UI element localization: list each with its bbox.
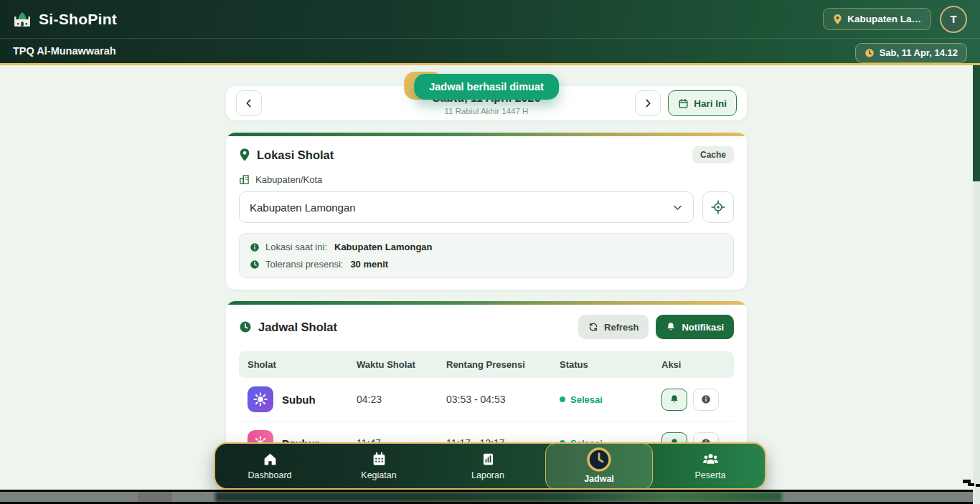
clock-icon bbox=[586, 447, 612, 472]
app-window: Si-ShoPint Kabupaten La… T TPQ Al-Munaww… bbox=[0, 0, 980, 504]
current-location-label: Lokasi saat ini: bbox=[265, 242, 327, 252]
next-day-button[interactable] bbox=[635, 90, 661, 116]
nav-item-peserta[interactable]: Peserta bbox=[656, 452, 765, 480]
info-icon bbox=[250, 242, 260, 252]
location-card-title: Lokasi Sholat bbox=[257, 148, 334, 162]
success-toast: Jadwal berhasil dimuat bbox=[414, 74, 559, 100]
tolerance-row: Toleransi presensi: 30 menit bbox=[250, 259, 723, 270]
today-button[interactable]: Hari Ini bbox=[668, 90, 737, 116]
nav-item-kegiatan[interactable]: Kegiatan bbox=[324, 452, 433, 480]
notification-button[interactable]: Notifikasi bbox=[656, 315, 734, 339]
header-location-chip[interactable]: Kabupaten La… bbox=[823, 8, 931, 30]
notification-button-label: Notifikasi bbox=[682, 322, 724, 333]
refresh-button[interactable]: Refresh bbox=[578, 315, 649, 339]
bell-icon bbox=[666, 322, 676, 332]
presence-range: 03:53 - 04:53 bbox=[446, 394, 560, 405]
status-badge: Selesai bbox=[560, 394, 661, 405]
location-pin-icon bbox=[833, 14, 842, 25]
app-header: Si-ShoPint Kabupaten La… T TPQ Al-Munaww… bbox=[0, 0, 980, 65]
col-header-sholat: Sholat bbox=[248, 359, 357, 370]
today-button-label: Hari Ini bbox=[694, 98, 727, 109]
cache-badge: Cache bbox=[692, 146, 734, 163]
scrollbar-thumb[interactable] bbox=[973, 65, 980, 181]
nav-label: Laporan bbox=[471, 470, 504, 480]
sun-icon bbox=[253, 392, 268, 406]
header-datetime-label: Sab, 11 Apr, 14.12 bbox=[880, 47, 958, 58]
calendar-icon bbox=[678, 98, 689, 109]
prayer-name: Subuh bbox=[282, 394, 316, 406]
chevron-left-icon bbox=[243, 98, 255, 109]
row-bell-button[interactable] bbox=[661, 389, 687, 411]
avatar-initial: T bbox=[950, 13, 956, 25]
toast-container: Jadwal berhasil dimuat bbox=[414, 74, 559, 100]
header-datetime-chip: Sab, 11 Apr, 14.12 bbox=[855, 43, 967, 63]
mouse-cursor-artifact bbox=[961, 479, 980, 489]
col-header-waktu: Waktu Sholat bbox=[357, 359, 446, 370]
refresh-icon bbox=[588, 322, 598, 332]
bottom-navigation: Dashboard Kegiatan bbox=[214, 442, 766, 490]
info-icon bbox=[701, 394, 711, 404]
row-info-button[interactable] bbox=[693, 389, 719, 411]
header-location-label: Kabupaten La… bbox=[847, 14, 921, 24]
chevron-down-icon bbox=[672, 202, 683, 213]
col-header-rentang: Rentang Presensi bbox=[446, 359, 560, 370]
hijri-date: 11 Rabiul Akhir 1447 H bbox=[336, 107, 637, 115]
detect-location-button[interactable] bbox=[702, 191, 734, 223]
nav-item-dashboard[interactable]: Dashboard bbox=[215, 452, 324, 480]
table-header-row: Sholat Waktu Sholat Rentang Presensi Sta… bbox=[239, 351, 734, 378]
table-row: Subuh 04:23 03:53 - 04:53 Selesai bbox=[239, 378, 734, 422]
current-location-row: Lokasi saat ini: Kabupaten Lamongan bbox=[250, 242, 723, 252]
clock-icon bbox=[864, 48, 875, 58]
region-field-label: Kabupaten/Kota bbox=[255, 174, 322, 185]
mosque-logo-icon bbox=[13, 10, 32, 29]
home-icon bbox=[263, 452, 278, 467]
prayer-time: 04:23 bbox=[357, 394, 446, 405]
nav-item-laporan[interactable]: Laporan bbox=[433, 452, 542, 480]
bell-icon bbox=[669, 394, 679, 404]
clock-icon bbox=[250, 260, 260, 270]
schedule-card-title: Jadwal Sholat bbox=[258, 320, 337, 334]
nav-item-jadwal[interactable]: Jadwal bbox=[545, 443, 653, 490]
report-icon bbox=[481, 452, 496, 467]
calendar-icon bbox=[372, 452, 387, 467]
status-dot bbox=[560, 396, 565, 402]
col-header-status: Status bbox=[560, 359, 661, 370]
strip-shadow-patch bbox=[138, 492, 172, 502]
location-pin-icon bbox=[239, 148, 250, 162]
region-select[interactable]: Kabupaten Lamongan bbox=[239, 191, 694, 223]
users-icon bbox=[702, 452, 719, 467]
clock-icon bbox=[239, 320, 252, 333]
nav-label: Jadwal bbox=[584, 474, 614, 484]
main-area: Sabtu, 11 April 2026 11 Rabiul Akhir 144… bbox=[0, 65, 973, 504]
refresh-button-label: Refresh bbox=[604, 322, 639, 333]
crosshair-icon bbox=[711, 200, 725, 214]
location-card: Lokasi Sholat Cache Kabu bbox=[226, 133, 747, 290]
avatar[interactable]: T bbox=[940, 6, 967, 33]
nav-label: Kegiatan bbox=[361, 470, 396, 480]
nav-label: Peserta bbox=[694, 470, 725, 480]
scrollbar-track[interactable] bbox=[973, 65, 980, 504]
nav-label: Dashboard bbox=[248, 470, 291, 480]
status-label: Selesai bbox=[570, 394, 603, 405]
org-name: TPQ Al-Munawwarah bbox=[13, 45, 116, 57]
location-info-box: Lokasi saat ini: Kabupaten Lamongan Tole… bbox=[239, 233, 734, 278]
prayer-icon-subuh bbox=[248, 386, 273, 412]
col-header-aksi: Aksi bbox=[661, 359, 725, 370]
current-location-value: Kabupaten Lamongan bbox=[334, 242, 433, 252]
tolerance-label: Toleransi presensi: bbox=[265, 259, 343, 270]
building-icon bbox=[239, 174, 250, 185]
prev-day-button[interactable] bbox=[236, 90, 262, 116]
tolerance-value: 30 menit bbox=[350, 259, 388, 270]
brand: Si-ShoPint bbox=[13, 10, 117, 29]
strip-nav-reflection bbox=[215, 492, 782, 502]
region-select-value: Kabupaten Lamongan bbox=[250, 201, 356, 214]
app-title: Si-ShoPint bbox=[39, 11, 117, 28]
bottom-reflection-strip bbox=[0, 490, 980, 504]
chevron-right-icon bbox=[642, 98, 654, 109]
